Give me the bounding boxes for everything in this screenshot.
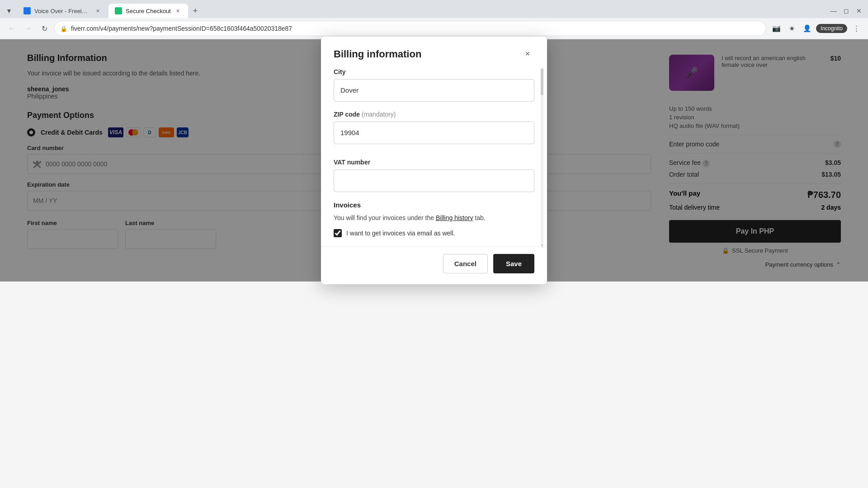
vat-label: VAT number [334,159,534,166]
city-field-group: City [334,68,534,102]
save-button[interactable]: Save [493,254,534,273]
billing-info-modal: Billing information × City ZIP code (man… [321,37,547,284]
cancel-button[interactable]: Cancel [443,254,488,273]
scroll-thumb[interactable] [541,68,543,95]
modal-footer: Cancel Save [321,246,547,284]
modal-header: Billing information × [321,37,547,68]
scroll-down-arrow[interactable]: ⌄ [538,241,546,248]
incognito-badge: Incognito [816,24,847,33]
email-invoice-label: I want to get invoices via email as well… [346,230,455,237]
tab-1-close[interactable]: ✕ [94,7,101,14]
zip-input[interactable] [334,122,534,144]
bookmark-icon[interactable]: ★ [785,22,798,35]
minimize-button[interactable]: — [828,5,839,16]
tab-1-label: Voice Over - Freelance Voice A... [34,8,90,14]
invoices-desc-before: You will find your invoices under the [334,214,436,221]
invoices-title: Invoices [334,201,534,209]
tab-2[interactable]: Secure Checkout ✕ [108,4,188,18]
tab-2-label: Secure Checkout [126,8,171,14]
more-options-icon[interactable]: ⋮ [850,22,863,35]
tab-1-favicon [24,7,31,14]
modal-scroll-area[interactable]: City ZIP code (mandatory) [321,68,547,246]
address-bar-row: ← → ↻ 🔒 fiverr.com/v4/payments/new?payme… [0,18,868,39]
lock-icon: 🔒 [60,25,67,32]
refresh-button[interactable]: ↻ [38,22,51,35]
city-input[interactable] [334,79,534,102]
billing-history-link[interactable]: Billing history [436,214,473,221]
forward-button[interactable]: → [22,22,34,35]
new-tab-button[interactable]: + [189,5,202,17]
restore-button[interactable]: ◻ [841,5,852,16]
email-invoice-checkbox[interactable] [334,229,342,237]
tab-dropdown-btn[interactable]: ▼ [4,5,14,16]
zip-field-group: ZIP code (mandatory) [334,111,534,144]
invoices-description: You will find your invoices under the Bi… [334,213,534,223]
tab-1[interactable]: Voice Over - Freelance Voice A... ✕ [17,4,108,18]
tab-2-favicon [115,7,122,14]
address-text: fiverr.com/v4/payments/new?paymentSessio… [71,25,760,32]
window-controls: — ◻ ✕ [828,5,864,16]
modal-close-button[interactable]: × [521,47,534,61]
email-invoice-checkbox-row[interactable]: I want to get invoices via email as well… [334,229,534,237]
scroll-indicator: ⌄ [541,68,543,248]
profile-icon[interactable]: 👤 [801,22,813,35]
address-bar[interactable]: 🔒 fiverr.com/v4/payments/new?paymentSess… [54,21,766,36]
back-button[interactable]: ← [5,22,18,35]
modal-overlay[interactable]: Billing information × City ZIP code (man… [0,39,868,282]
zip-label: ZIP code (mandatory) [334,111,534,118]
browser-chrome: ▼ Voice Over - Freelance Voice A... ✕ Se… [0,0,868,39]
city-label: City [334,68,534,75]
scroll-track [541,68,543,248]
modal-body: City ZIP code (mandatory) [321,68,547,246]
spacer [334,153,534,159]
no-camera-icon[interactable]: 📷̸ [770,22,783,35]
invoices-desc-after: tab. [475,214,485,221]
tab-bar: ▼ Voice Over - Freelance Voice A... ✕ Se… [0,0,868,18]
close-button[interactable]: ✕ [854,5,864,16]
browser-actions: 📷̸ ★ 👤 Incognito ⋮ [770,22,863,35]
invoices-section: Invoices You will find your invoices und… [334,201,534,237]
zip-mandatory: (mandatory) [362,111,396,118]
modal-title: Billing information [334,48,421,60]
vat-input[interactable] [334,169,534,192]
vat-field-group: VAT number [334,159,534,192]
tab-2-close[interactable]: ✕ [175,7,182,14]
